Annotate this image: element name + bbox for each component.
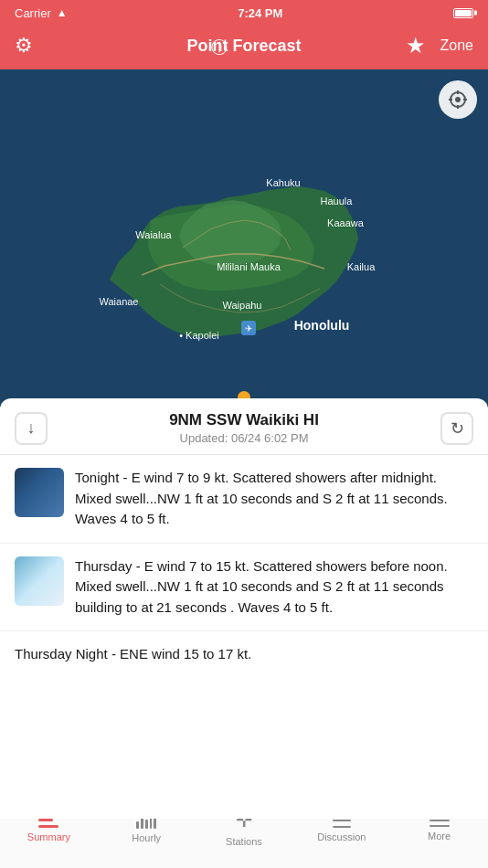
svg-text:• Kapolei: • Kapolei [179,330,219,341]
svg-text:Kailua: Kailua [347,261,376,272]
svg-text:Waipahu: Waipahu [222,300,261,311]
svg-text:Waialua: Waialua [135,229,172,240]
tab-discussion-label: Discussion [317,831,366,842]
map-container[interactable]: ✈ Kahuku Hauula Kaaawa Waialua Mililani … [0,69,488,417]
download-button[interactable]: ↓ [15,412,48,445]
tab-more-label: More [428,831,451,842]
tab-summary-label: Summary [27,831,70,842]
forecast-content: Tonight - E wind 7 to 9 kt. Scattered sh… [0,455,488,669]
svg-text:Kaaawa: Kaaawa [327,217,365,228]
forecast-text-tonight: Tonight - E wind 7 to 9 kt. Scattered sh… [75,468,473,530]
forecast-text-thursday-night: Thursday Night - ENE wind 15 to 17 kt. [15,644,473,665]
svg-text:✈: ✈ [245,323,252,333]
svg-text:Waianae: Waianae [99,296,138,307]
tab-hourly-label: Hourly [132,832,161,843]
svg-text:Honolulu: Honolulu [294,318,350,333]
forecast-thumb-tonight [15,468,64,517]
forecast-item-thursday: Thursday - E wind 7 to 15 kt. Scattered … [0,544,488,632]
carrier-label: Carrier [15,6,51,20]
status-left: Carrier ▲ [15,6,68,20]
forecast-item-thursday-night: Thursday Night - ENE wind 15 to 17 kt. [0,631,488,669]
zone-button[interactable]: Zone [440,37,473,54]
refresh-button[interactable]: ↻ [440,412,473,445]
status-right [453,8,473,18]
nav-right: ★ Zone [406,33,473,58]
svg-text:Kahuku: Kahuku [266,177,300,188]
forecast-location: 9NM SSW Waikiki HI [48,411,440,429]
location-button[interactable] [439,80,477,119]
forecast-header: ↓ 9NM SSW Waikiki HI Updated: 06/24 6:02… [0,398,488,455]
svg-text:Mililani Mauka: Mililani Mauka [217,261,281,272]
battery-icon [453,8,473,18]
forecast-updated: Updated: 06/24 6:02 PM [48,431,440,445]
svg-text:Hauula: Hauula [321,196,354,206]
wifi-icon: ▲ [57,6,68,19]
forecast-text-thursday: Thursday - E wind 7 to 15 kt. Scattered … [75,556,473,619]
favorite-icon[interactable]: ★ [406,33,426,58]
tab-stations-label: Stations [226,836,262,847]
status-bar: Carrier ▲ 7:24 PM [0,0,488,26]
settings-icon[interactable]: ⚙ [15,34,33,58]
nav-header: ⚙ ⓘ Point Forecast ★ Zone [0,26,488,69]
status-time: 7:24 PM [238,6,282,20]
forecast-item-tonight: Tonight - E wind 7 to 9 kt. Scattered sh… [0,455,488,544]
forecast-panel: ↓ 9NM SSW Waikiki HI Updated: 06/24 6:02… [0,398,488,819]
forecast-thumb-thursday [15,556,64,606]
nav-title: Point Forecast [186,37,301,56]
svg-point-15 [455,97,461,102]
